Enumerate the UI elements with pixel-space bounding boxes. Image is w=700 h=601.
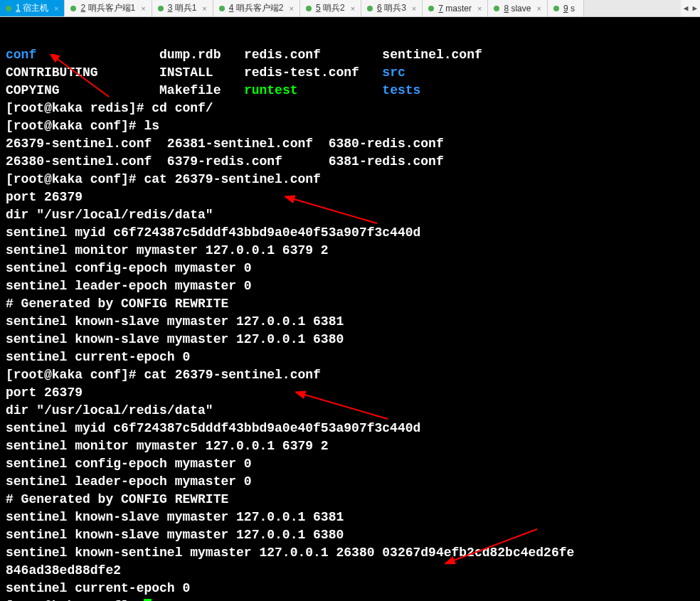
tab-sentinel-1[interactable]: 3 哨兵1 ×: [152, 0, 213, 16]
status-dot-icon: [367, 6, 373, 11]
ls-conf-output: 26379-sentinel.conf 26381-sentinel.conf …: [6, 137, 444, 169]
tab-extra[interactable]: 9 s: [548, 0, 584, 16]
nav-right-icon[interactable]: ▶: [692, 4, 697, 13]
tab-label: 3 哨兵1: [168, 2, 197, 14]
tab-label: 6 哨兵3: [377, 2, 406, 14]
close-icon[interactable]: ×: [53, 4, 60, 13]
close-icon[interactable]: ×: [201, 4, 208, 13]
status-dot-icon: [306, 6, 312, 11]
close-icon[interactable]: ×: [349, 4, 356, 13]
status-dot-icon: [428, 6, 434, 11]
svg-line-2: [302, 394, 388, 419]
status-dot-icon: [219, 6, 225, 11]
status-dot-icon: [494, 6, 499, 11]
close-icon[interactable]: ×: [535, 4, 542, 13]
close-icon[interactable]: ×: [476, 4, 483, 13]
close-icon[interactable]: ×: [139, 4, 147, 13]
tab-nav: ◀ ▶: [681, 0, 700, 16]
tab-sentinel-client-1[interactable]: 2 哨兵客户端1 ×: [65, 0, 152, 16]
status-dot-icon: [70, 6, 76, 11]
conf-output-2: port 26379 dir "/usr/local/redis/data" s…: [6, 385, 574, 595]
tab-host[interactable]: 1 宿主机 ×: [0, 0, 65, 16]
svg-line-1: [292, 198, 377, 223]
tab-label: 5 哨兵2: [316, 2, 345, 14]
tab-label: 4 哨兵客户端2: [229, 2, 284, 14]
tab-sentinel-client-2[interactable]: 4 哨兵客户端2 ×: [213, 0, 300, 16]
tab-master[interactable]: 7 master ×: [423, 0, 488, 16]
tab-label: 9 s: [563, 4, 575, 14]
prompt-line: [root@kaka conf]# ls: [6, 119, 159, 133]
close-icon[interactable]: ×: [410, 4, 418, 13]
nav-left-icon[interactable]: ◀: [684, 4, 689, 13]
tab-label: 1 宿主机: [16, 2, 48, 14]
tab-label: 8 slave: [504, 4, 531, 14]
prompt-line: [root@kaka conf]# cat 26379-sentinel.con…: [6, 172, 321, 186]
status-dot-icon: [6, 6, 11, 11]
tab-sentinel-3[interactable]: 6 哨兵3 ×: [361, 0, 423, 16]
terminal[interactable]: conf dump.rdb redis.conf sentinel.conf C…: [0, 17, 700, 601]
conf-output-1: port 26379 dir "/usr/local/redis/data" s…: [6, 190, 420, 364]
prompt-line: [root@kaka conf]# cat 26379-sentinel.con…: [6, 368, 321, 382]
tab-label: 2 哨兵客户端1: [80, 2, 135, 14]
prompt-line: [root@kaka redis]# cd conf/: [6, 101, 213, 115]
tab-slave[interactable]: 8 slave ×: [488, 0, 547, 16]
status-dot-icon: [158, 6, 164, 11]
tab-label: 7 master: [438, 4, 472, 14]
close-icon[interactable]: ×: [288, 4, 295, 13]
ls-output: conf dump.rdb redis.conf sentinel.conf C…: [6, 48, 482, 97]
status-dot-icon: [553, 6, 559, 11]
tab-bar: 1 宿主机 × 2 哨兵客户端1 × 3 哨兵1 × 4 哨兵客户端2 × 5 …: [0, 0, 700, 17]
tab-sentinel-2[interactable]: 5 哨兵2 ×: [300, 0, 361, 16]
